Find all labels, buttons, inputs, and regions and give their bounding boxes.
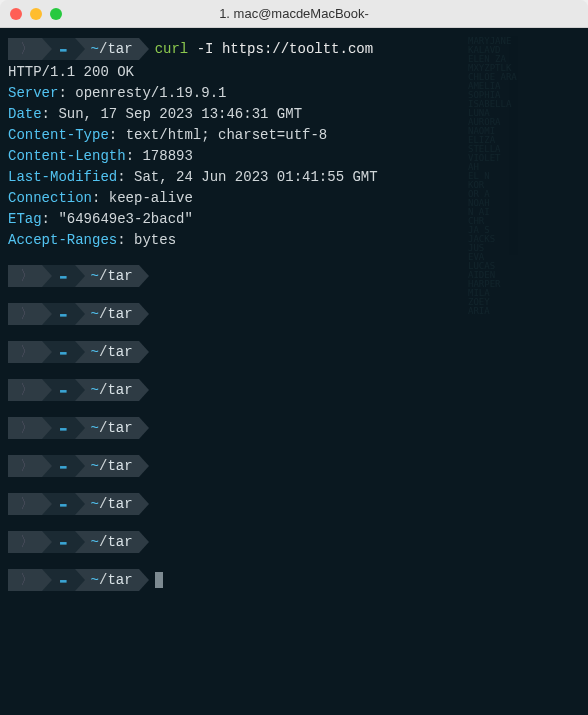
chevron-right-icon: 〉 (20, 418, 34, 439)
path-sep: / (99, 570, 107, 591)
path-sep: / (99, 39, 107, 60)
command-flag: -I (197, 41, 222, 57)
cursor (155, 572, 163, 588)
prompt-row: 〉▬~/tar (8, 455, 580, 477)
chevron-right-icon: 〉 (20, 39, 34, 60)
prompt-row: 〉▬~/tar (8, 379, 580, 401)
header-line: Date: Sun, 17 Sep 2023 13:46:31 GMT (8, 104, 580, 125)
path-dir: tar (107, 266, 132, 287)
folder-icon: ▬ (60, 420, 67, 437)
path-tilde: ~ (91, 494, 99, 515)
path-dir: tar (107, 418, 132, 439)
header-name: Content-Type (8, 127, 109, 143)
header-name: ETag (8, 211, 42, 227)
header-line: ETag: "649649e3-2bacd" (8, 209, 580, 230)
prompt-row-command: 〉 ▬ ~/tar curl -I https://tooltt.com (8, 38, 580, 60)
shell-prompt: 〉 ▬ ~/tar (8, 38, 139, 60)
path-tilde: ~ (91, 39, 99, 60)
command-line: curl -I https://tooltt.com (155, 39, 373, 60)
apple-segment: 〉 (8, 303, 42, 325)
header-name: Date (8, 106, 42, 122)
shell-prompt: 〉▬~/tar (8, 417, 139, 439)
folder-icon: ▬ (60, 382, 67, 399)
header-value: : Sun, 17 Sep 2023 13:46:31 GMT (42, 106, 302, 122)
terminal-body[interactable]: MARYJANE KALAVD ELEN ZA MXYZPTLK CHLOE A… (0, 28, 588, 715)
path-dir: tar (107, 494, 132, 515)
shell-prompt: 〉▬~/tar (8, 455, 139, 477)
prompt-row: 〉▬~/tar (8, 493, 580, 515)
traffic-lights (10, 8, 62, 20)
folder-icon: ▬ (60, 306, 67, 323)
path-tilde: ~ (91, 266, 99, 287)
empty-prompts: 〉▬~/tar〉▬~/tar〉▬~/tar〉▬~/tar〉▬~/tar〉▬~/t… (8, 265, 580, 591)
header-value: : keep-alive (92, 190, 193, 206)
path-tilde: ~ (91, 342, 99, 363)
path-tilde: ~ (91, 304, 99, 325)
chevron-right-icon: 〉 (20, 342, 34, 363)
path-tilde: ~ (91, 380, 99, 401)
close-icon[interactable] (10, 8, 22, 20)
header-name: Server (8, 85, 58, 101)
shell-prompt: 〉▬~/tar (8, 265, 139, 287)
folder-icon: ▬ (60, 41, 67, 58)
http-status: HTTP/1.1 200 OK (8, 62, 580, 83)
apple-segment: 〉 (8, 569, 42, 591)
chevron-right-icon: 〉 (20, 266, 34, 287)
header-name: Accept-Ranges (8, 232, 117, 248)
header-line: Content-Type: text/html; charset=utf-8 (8, 125, 580, 146)
shell-prompt: 〉▬~/tar (8, 531, 139, 553)
path-sep: / (99, 304, 107, 325)
header-name: Connection (8, 190, 92, 206)
path-dir: tar (107, 304, 132, 325)
shell-prompt: 〉▬~/tar (8, 341, 139, 363)
path-sep: / (99, 494, 107, 515)
folder-icon: ▬ (60, 458, 67, 475)
path-sep: / (99, 456, 107, 477)
chevron-right-icon: 〉 (20, 570, 34, 591)
window-title: 1. mac@macdeMacBook- (0, 6, 588, 21)
http-output: HTTP/1.1 200 OK Server: openresty/1.19.9… (8, 62, 580, 251)
apple-segment: 〉 (8, 265, 42, 287)
apple-segment: 〉 (8, 379, 42, 401)
prompt-row: 〉▬~/tar (8, 303, 580, 325)
path-sep: / (99, 266, 107, 287)
command-url: https://tooltt.com (222, 41, 373, 57)
shell-prompt: 〉▬~/tar (8, 379, 139, 401)
prompt-row: 〉▬~/tar (8, 341, 580, 363)
path-dir: tar (107, 380, 132, 401)
path-sep: / (99, 532, 107, 553)
prompt-row: 〉▬~/tar (8, 569, 580, 591)
path-dir: tar (107, 532, 132, 553)
apple-segment: 〉 (8, 417, 42, 439)
header-line: Connection: keep-alive (8, 188, 580, 209)
chevron-right-icon: 〉 (20, 456, 34, 477)
flag-text: -I (197, 41, 214, 57)
shell-prompt: 〉▬~/tar (8, 569, 139, 591)
header-value: : bytes (117, 232, 176, 248)
apple-segment: 〉 (8, 493, 42, 515)
path-tilde: ~ (91, 532, 99, 553)
header-line: Server: openresty/1.19.9.1 (8, 83, 580, 104)
path-dir: tar (107, 570, 132, 591)
header-value: : "649649e3-2bacd" (42, 211, 193, 227)
path-dir: tar (107, 456, 132, 477)
folder-icon: ▬ (60, 344, 67, 361)
path-dir: tar (107, 342, 132, 363)
chevron-right-icon: 〉 (20, 494, 34, 515)
header-value: : Sat, 24 Jun 2023 01:41:55 GMT (117, 169, 377, 185)
apple-segment: 〉 (8, 38, 42, 60)
minimize-icon[interactable] (30, 8, 42, 20)
path-tilde: ~ (91, 418, 99, 439)
maximize-icon[interactable] (50, 8, 62, 20)
apple-segment: 〉 (8, 455, 42, 477)
apple-segment: 〉 (8, 341, 42, 363)
http-headers: Server: openresty/1.19.9.1Date: Sun, 17 … (8, 83, 580, 251)
prompt-row: 〉▬~/tar (8, 531, 580, 553)
prompt-row: 〉▬~/tar (8, 417, 580, 439)
header-value: : text/html; charset=utf-8 (109, 127, 327, 143)
titlebar[interactable]: 1. mac@macdeMacBook- (0, 0, 588, 28)
path-tilde: ~ (91, 570, 99, 591)
header-line: Accept-Ranges: bytes (8, 230, 580, 251)
path-dir: tar (107, 39, 132, 60)
path-sep: / (99, 418, 107, 439)
